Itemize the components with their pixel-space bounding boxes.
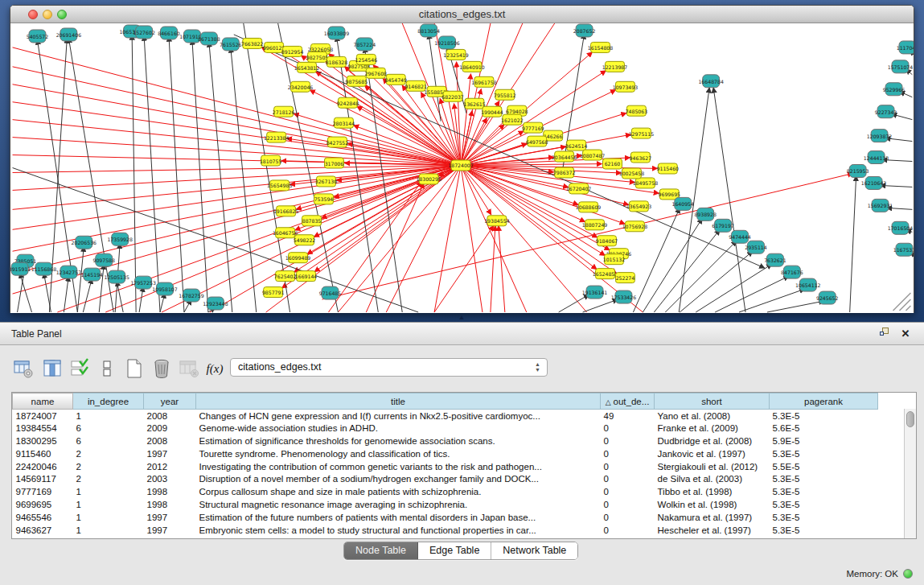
network-node[interactable]: 753594	[314, 194, 334, 204]
network-node[interactable]: 317006	[324, 158, 343, 168]
network-node[interactable]: 3915911	[10, 262, 31, 275]
network-node[interactable]: 12325419	[443, 49, 468, 60]
network-node[interactable]: 1990444	[481, 106, 503, 117]
network-node[interactable]: 17016504	[888, 221, 913, 234]
table-row[interactable]: 946554611997Estimation of the future num…	[13, 511, 905, 524]
network-node[interactable]: 16648784	[698, 75, 723, 88]
network-node[interactable]: 3624514	[565, 140, 588, 150]
network-node[interactable]: 16033809	[324, 27, 349, 39]
table-row[interactable]: 977716911998Corpus callosum shape and si…	[13, 485, 905, 498]
network-node[interactable]: 8466160	[158, 27, 180, 39]
network-node[interactable]: 3267130	[315, 176, 338, 187]
float-panel-icon[interactable]	[877, 327, 892, 341]
network-node[interactable]: 1362615	[463, 98, 486, 109]
window-titlebar[interactable]: citations_edges.txt	[10, 6, 914, 23]
table-options-icon[interactable]	[11, 356, 35, 381]
network-node[interactable]: 12213384	[264, 132, 289, 142]
network-node[interactable]: 887835	[302, 216, 322, 226]
network-node[interactable]: 10807487	[580, 150, 605, 160]
table-row[interactable]: 946362711997Embryonic stem cells: a mode…	[13, 524, 905, 537]
network-node[interactable]: 18300295	[416, 174, 441, 184]
network-node[interactable]: 8454749	[384, 74, 407, 84]
network-node[interactable]: 9245652	[816, 291, 839, 304]
table-scrollbar[interactable]	[904, 409, 916, 538]
network-node[interactable]: 17359928	[107, 233, 132, 245]
network-node[interactable]: 1167533	[893, 243, 914, 256]
table-scrollbar-thumb[interactable]	[906, 411, 914, 427]
panel-splitter[interactable]: ▲	[0, 313, 924, 322]
table-row[interactable]: 1938455462009Genome-wide association stu…	[13, 422, 905, 435]
network-node[interactable]: 7663822	[241, 38, 264, 48]
network-node[interactable]: 1621022	[501, 114, 524, 125]
network-node[interactable]: 7625402	[274, 271, 297, 282]
network-node[interactable]: 16046756	[273, 228, 298, 238]
network-node[interactable]: 2087652	[573, 24, 596, 37]
network-node[interactable]: 9242848	[337, 97, 359, 108]
network-node[interactable]: 16720407	[566, 183, 591, 194]
network-node[interactable]: 5498222	[294, 235, 316, 245]
network-node[interactable]: 2967608	[365, 68, 388, 78]
network-node[interactable]: 9716485	[319, 286, 342, 299]
network-node[interactable]: 10958107	[152, 282, 177, 295]
table-row[interactable]: 969969511998Structural magnetic resonanc…	[13, 498, 905, 511]
network-node[interactable]: 15654985	[267, 180, 292, 191]
network-node[interactable]: 20364456	[552, 151, 577, 162]
network-node[interactable]: 9875685	[346, 76, 368, 86]
network-node[interactable]: 6822037	[441, 91, 464, 101]
tab-network-table[interactable]: Network Table	[491, 542, 577, 559]
network-node[interactable]: 10025458	[619, 168, 644, 179]
minimize-window-icon[interactable]	[43, 10, 52, 19]
selection-mode-icon[interactable]	[68, 356, 92, 381]
network-node[interactable]: 8215953	[847, 165, 869, 178]
network-node[interactable]: 62160	[603, 159, 622, 169]
column-header-in_degree[interactable]: in_degree	[73, 393, 144, 410]
network-node[interactable]: 20691406	[56, 28, 81, 41]
network-node[interactable]: 7857224	[354, 38, 376, 51]
network-node[interactable]: 12342757	[56, 266, 81, 278]
column-visibility-icon[interactable]	[40, 356, 64, 381]
column-header-year[interactable]: year	[144, 393, 196, 410]
network-node[interactable]: 5405572	[27, 30, 49, 43]
table-row[interactable]: 1830029562008Estimation of significance …	[13, 435, 905, 447]
network-node[interactable]: 12213987	[602, 61, 627, 72]
network-node[interactable]: 9857791	[262, 287, 285, 298]
network-node[interactable]: 10973493	[613, 81, 638, 92]
network-node[interactable]: 18495758	[633, 178, 658, 188]
delete-table-icon[interactable]	[150, 356, 174, 381]
network-node[interactable]: 9474444	[729, 230, 751, 243]
network-node[interactable]: 9097588	[92, 253, 115, 266]
network-node[interactable]: 16961758	[471, 76, 496, 87]
network-node[interactable]: 1669144	[295, 271, 318, 282]
network-node[interactable]: 2803144	[333, 117, 355, 128]
network-node[interactable]: 9463627	[630, 152, 652, 163]
network-node[interactable]: 2935114	[745, 241, 767, 253]
network-node[interactable]: 16210643	[861, 176, 886, 189]
network-node[interactable]: 20206536	[72, 236, 97, 249]
function-builder-icon[interactable]: f(x)	[203, 356, 227, 381]
network-node[interactable]: 8427552	[326, 137, 349, 147]
network-node[interactable]: 16154808	[588, 42, 613, 52]
network-node[interactable]: 16099489	[285, 253, 310, 263]
network-node[interactable]: 13654923	[626, 201, 651, 212]
node-table-grid[interactable]: namein_degreeyeartitle△out_de...shortpag…	[12, 393, 905, 536]
column-header-short[interactable]: short	[655, 393, 770, 410]
close-window-icon[interactable]	[28, 10, 38, 19]
row-height-icon[interactable]	[95, 356, 119, 381]
network-node[interactable]: 8671388	[198, 32, 220, 45]
table-row[interactable]: 1456911722003Disruption of a novel membe…	[13, 472, 905, 485]
network-node[interactable]: 19218506	[434, 36, 459, 49]
network-node[interactable]: 8813054	[417, 24, 440, 37]
tab-node-table[interactable]: Node Table	[344, 542, 418, 559]
network-node[interactable]: 1145194	[81, 268, 104, 281]
network-node[interactable]: 16782759	[179, 289, 203, 302]
network-node[interactable]: 1015132	[603, 254, 626, 265]
network-node[interactable]: 7986372	[553, 167, 576, 178]
network-node[interactable]: 19384554	[484, 216, 509, 226]
column-header-name[interactable]: name	[13, 393, 73, 410]
network-node[interactable]: 18724007	[448, 160, 473, 171]
network-node[interactable]: 2718126	[273, 106, 295, 117]
close-panel-icon[interactable]: ✕	[898, 327, 913, 341]
network-node[interactable]: 8912954	[281, 46, 304, 56]
zoom-window-icon[interactable]	[57, 10, 67, 19]
network-node[interactable]: 1527602	[133, 26, 155, 39]
